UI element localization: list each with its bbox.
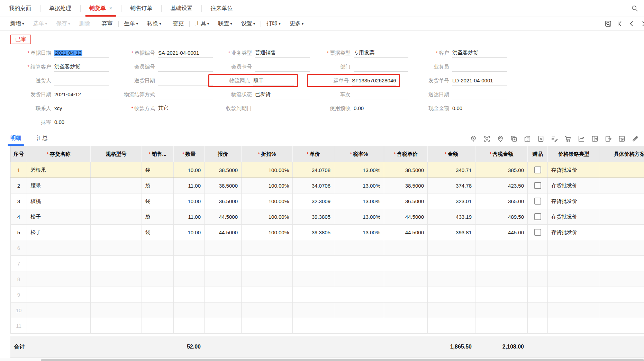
field-value[interactable]: 顺丰 bbox=[253, 76, 294, 85]
cell-qty[interactable] bbox=[174, 271, 205, 287]
cell-seq[interactable]: 7 bbox=[11, 256, 27, 271]
cell-discount[interactable] bbox=[242, 271, 293, 287]
field-value[interactable]: 0.00 bbox=[452, 103, 507, 113]
cell-unit[interactable]: 袋 bbox=[142, 209, 174, 225]
cell-amount[interactable]: 393.81 bbox=[428, 225, 475, 240]
field-value[interactable] bbox=[452, 62, 507, 72]
cell-tax_amount[interactable] bbox=[475, 271, 528, 287]
next-page-icon[interactable] bbox=[640, 20, 644, 27]
cell-tax_rate[interactable]: 13.00% bbox=[334, 178, 384, 193]
cell-price[interactable] bbox=[293, 256, 334, 271]
cell-qty[interactable] bbox=[174, 303, 205, 318]
cell-tax_price[interactable]: 36.5000 bbox=[384, 193, 428, 209]
gift-checkbox[interactable] bbox=[534, 213, 541, 220]
cell-price_strategy[interactable] bbox=[548, 287, 600, 303]
cell-quote[interactable] bbox=[205, 303, 242, 318]
cell-gift[interactable] bbox=[528, 240, 548, 256]
cell-name[interactable]: 松子 bbox=[27, 225, 91, 240]
cell-amount[interactable] bbox=[428, 318, 475, 334]
cell-gift[interactable] bbox=[528, 225, 548, 240]
cell-spec[interactable] bbox=[91, 240, 142, 256]
cell-seq[interactable]: 10 bbox=[11, 303, 27, 318]
cell-tax_rate[interactable] bbox=[334, 303, 384, 318]
cell-price_plan[interactable] bbox=[600, 240, 644, 256]
cell-discount[interactable] bbox=[242, 303, 293, 318]
cell-tax_rate[interactable] bbox=[334, 287, 384, 303]
cell-gift[interactable] bbox=[528, 193, 548, 209]
field-value[interactable] bbox=[452, 90, 507, 99]
field-value[interactable]: xcy bbox=[54, 103, 109, 113]
field-value[interactable]: 其它 bbox=[158, 103, 213, 113]
cell-price[interactable] bbox=[293, 303, 334, 318]
cell-spec[interactable] bbox=[91, 256, 142, 271]
cell-tax_price[interactable] bbox=[384, 287, 428, 303]
gift-checkbox[interactable] bbox=[534, 229, 541, 236]
cell-tax_price[interactable] bbox=[384, 318, 428, 334]
cell-price_strategy[interactable] bbox=[548, 318, 600, 334]
toolbar-button-转换[interactable]: 转换▾ bbox=[143, 20, 166, 27]
cell-price[interactable] bbox=[293, 271, 334, 287]
field-value[interactable] bbox=[255, 62, 310, 72]
cell-tax_price[interactable] bbox=[384, 271, 428, 287]
cell-price_plan[interactable] bbox=[600, 287, 644, 303]
cell-price_strategy[interactable]: 存货批发价 bbox=[548, 178, 600, 193]
cell-qty[interactable] bbox=[174, 318, 205, 334]
cell-price_plan[interactable] bbox=[600, 162, 644, 178]
cell-price[interactable] bbox=[293, 318, 334, 334]
detail-tab-明细[interactable]: 明细 bbox=[10, 135, 21, 146]
cell-unit[interactable] bbox=[142, 271, 174, 287]
cell-price_plan[interactable] bbox=[600, 318, 644, 334]
cell-amount[interactable]: 340.71 bbox=[428, 162, 475, 178]
cell-name[interactable] bbox=[27, 240, 91, 256]
cell-price[interactable] bbox=[293, 287, 334, 303]
cell-unit[interactable] bbox=[142, 287, 174, 303]
field-value[interactable]: 2021-04-12 bbox=[54, 48, 109, 58]
cell-spec[interactable] bbox=[91, 271, 142, 287]
cell-spec[interactable] bbox=[91, 225, 142, 240]
tab-基础设置[interactable]: 基础设置 bbox=[161, 0, 201, 17]
detail-tab-汇总[interactable]: 汇总 bbox=[37, 135, 48, 146]
cell-name[interactable] bbox=[27, 256, 91, 271]
cell-tax_rate[interactable]: 13.00% bbox=[334, 193, 384, 209]
prev-page-icon[interactable] bbox=[628, 20, 635, 27]
toolbar-button-新增[interactable]: 新增▾ bbox=[6, 20, 29, 27]
cart-icon[interactable] bbox=[564, 135, 572, 143]
cell-amount[interactable]: 323.01 bbox=[428, 193, 475, 209]
ruler-icon[interactable] bbox=[632, 135, 639, 143]
cell-gift[interactable] bbox=[528, 287, 548, 303]
field-value[interactable]: SA-2021-04-0001 bbox=[158, 48, 213, 58]
panel-icon[interactable] bbox=[591, 135, 599, 143]
cell-discount[interactable] bbox=[242, 287, 293, 303]
cell-tax_price[interactable]: 44.5000 bbox=[384, 209, 428, 225]
toolbar-button-选单[interactable]: 选单▾ bbox=[29, 20, 52, 27]
cell-unit[interactable] bbox=[142, 303, 174, 318]
cell-gift[interactable] bbox=[528, 178, 548, 193]
field-value[interactable] bbox=[158, 62, 213, 72]
cell-quote[interactable]: 38.5000 bbox=[205, 162, 242, 178]
cell-name[interactable] bbox=[27, 318, 91, 334]
cell-price[interactable]: 39.3805 bbox=[293, 225, 334, 240]
cell-qty[interactable] bbox=[174, 240, 205, 256]
field-value[interactable] bbox=[255, 103, 310, 113]
cell-discount[interactable]: 100.00% bbox=[242, 209, 293, 225]
field-value[interactable]: 已发货 bbox=[255, 90, 310, 99]
cell-price_plan[interactable] bbox=[600, 225, 644, 240]
cell-unit[interactable]: 袋 bbox=[142, 178, 174, 193]
copy-add-icon[interactable] bbox=[510, 135, 518, 143]
field-value[interactable]: LD-2021-04-0001 bbox=[452, 76, 507, 85]
cell-gift[interactable] bbox=[528, 256, 548, 271]
cell-unit[interactable] bbox=[142, 256, 174, 271]
cell-name[interactable]: 腰果 bbox=[27, 178, 91, 193]
cell-price[interactable]: 34.0708 bbox=[293, 178, 334, 193]
cell-price[interactable]: 34.0708 bbox=[293, 162, 334, 178]
cell-qty[interactable]: 10.00 bbox=[174, 162, 205, 178]
toolbar-button-更多[interactable]: 更多▾ bbox=[285, 20, 308, 27]
cell-spec[interactable] bbox=[91, 193, 142, 209]
search-icon[interactable] bbox=[631, 4, 638, 12]
cell-seq[interactable]: 4 bbox=[11, 209, 27, 225]
cell-gift[interactable] bbox=[528, 271, 548, 287]
scan-price-icon[interactable] bbox=[483, 135, 491, 143]
cell-price_strategy[interactable]: 存货批发价 bbox=[548, 193, 600, 209]
field-value[interactable]: 2021-04-12 bbox=[54, 90, 109, 99]
cell-price_plan[interactable] bbox=[600, 209, 644, 225]
